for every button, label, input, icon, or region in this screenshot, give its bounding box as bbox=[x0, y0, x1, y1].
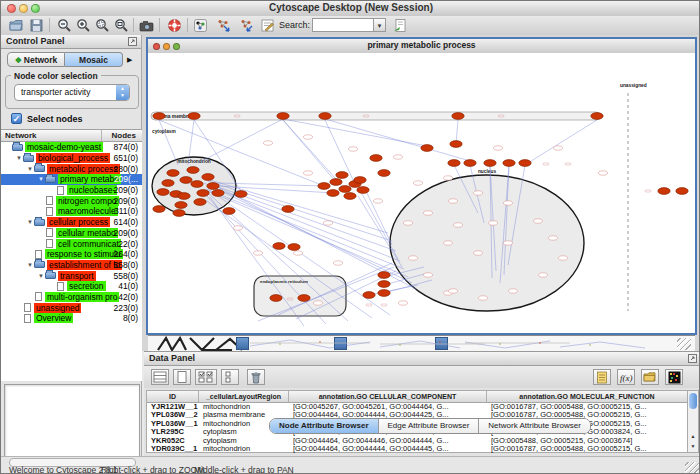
network-node[interactable] bbox=[519, 160, 531, 167]
network-node[interactable] bbox=[194, 199, 206, 206]
network-node[interactable] bbox=[202, 174, 214, 181]
network-node[interactable] bbox=[188, 113, 200, 120]
tree-row-cell-communicat[interactable]: cell communicat22(0) bbox=[1, 238, 142, 249]
import-table-icon[interactable] bbox=[393, 18, 408, 33]
unexpressed-node[interactable] bbox=[449, 289, 458, 293]
network-node[interactable] bbox=[187, 167, 199, 174]
network-node[interactable] bbox=[153, 113, 165, 120]
unexpressed-node[interactable] bbox=[454, 223, 463, 227]
network-node[interactable] bbox=[282, 206, 294, 213]
unexpressed-node[interactable] bbox=[404, 221, 413, 225]
network-node[interactable] bbox=[363, 292, 375, 299]
unexpressed-node[interactable] bbox=[494, 146, 503, 150]
unexpressed-node[interactable] bbox=[304, 171, 313, 175]
network-node[interactable] bbox=[162, 180, 174, 187]
network-node[interactable] bbox=[197, 190, 209, 197]
network-node[interactable] bbox=[503, 160, 515, 167]
unexpressed-node[interactable] bbox=[489, 221, 498, 225]
tab-node-attribute-browser[interactable]: Node Attribute Browser bbox=[270, 419, 379, 433]
scroll-up-icon[interactable]: ▲ bbox=[688, 431, 698, 441]
network-node[interactable] bbox=[354, 177, 366, 184]
select-attributes-icon[interactable] bbox=[151, 369, 169, 385]
unexpressed-node[interactable] bbox=[409, 256, 418, 260]
disclosure-triangle-icon[interactable]: ▼ bbox=[15, 155, 23, 161]
network-node[interactable] bbox=[421, 145, 433, 152]
unexpressed-node[interactable] bbox=[474, 251, 483, 255]
disclosure-triangle-icon[interactable]: ▼ bbox=[26, 219, 34, 225]
tree-row-biological-process[interactable]: ▼biological_process651(0) bbox=[1, 153, 142, 164]
network-node[interactable] bbox=[676, 188, 688, 195]
scrollbar-thumb[interactable] bbox=[689, 393, 697, 409]
help-lifering-icon[interactable] bbox=[167, 18, 182, 33]
tab-mosaic[interactable]: Mosaic bbox=[65, 52, 123, 67]
network-node[interactable] bbox=[378, 281, 390, 288]
save-session-icon[interactable] bbox=[29, 18, 44, 33]
network-node[interactable] bbox=[591, 113, 603, 120]
network-node[interactable] bbox=[484, 160, 496, 167]
network-node[interactable] bbox=[191, 181, 203, 188]
float-panel-icon[interactable] bbox=[688, 354, 697, 363]
unexpressed-node[interactable] bbox=[509, 289, 518, 293]
table-row[interactable]: YJR121W__1mitochondrion[GO:0045267, GO:0… bbox=[147, 403, 688, 411]
search-dropdown-button[interactable]: ▼ bbox=[373, 18, 386, 32]
tree-row-macromolecule[interactable]: macromolecule311(0) bbox=[1, 206, 142, 217]
tab-edge-attribute-browser[interactable]: Edge Attribute Browser bbox=[379, 419, 480, 433]
frame-resize-grip[interactable] bbox=[677, 338, 691, 350]
network-node[interactable] bbox=[378, 170, 390, 177]
select-nodes-checkbox[interactable]: ✓ bbox=[11, 113, 22, 124]
network-node[interactable] bbox=[330, 179, 342, 186]
tree-row-response-to-stimulu[interactable]: response to stimulu264(0) bbox=[1, 249, 142, 260]
unexpressed-node[interactable] bbox=[534, 219, 543, 223]
snapshot-camera-icon[interactable] bbox=[139, 18, 154, 33]
network-node[interactable] bbox=[277, 113, 289, 120]
tree-row-cellular-process[interactable]: ▼cellular process614(0) bbox=[1, 217, 142, 228]
create-attribute-icon[interactable] bbox=[173, 369, 191, 385]
more-tabs-arrow-icon[interactable]: ▶ bbox=[127, 56, 132, 64]
tab-network-attribute-browser[interactable]: Network Attribute Browser bbox=[479, 419, 589, 433]
unexpressed-node[interactable] bbox=[264, 141, 273, 145]
table-column-header[interactable]: ID bbox=[147, 391, 199, 402]
unexpressed-node[interactable] bbox=[374, 199, 383, 203]
network-node[interactable] bbox=[270, 295, 282, 302]
network-node[interactable] bbox=[378, 290, 390, 297]
unexpressed-node[interactable] bbox=[554, 146, 563, 150]
import-attributes-icon[interactable] bbox=[641, 369, 659, 385]
network-node[interactable] bbox=[344, 193, 356, 200]
delete-attribute-icon[interactable] bbox=[247, 369, 265, 385]
network-node[interactable] bbox=[180, 177, 192, 184]
unexpressed-node[interactable] bbox=[549, 236, 558, 240]
unexpressed-node[interactable] bbox=[324, 221, 333, 225]
network-node[interactable] bbox=[288, 244, 300, 251]
unexpressed-node[interactable] bbox=[314, 301, 323, 305]
network-node[interactable] bbox=[452, 113, 464, 120]
unexpressed-node[interactable] bbox=[479, 296, 488, 300]
unexpressed-node[interactable] bbox=[424, 211, 433, 215]
network-node[interactable] bbox=[153, 206, 165, 213]
unexpressed-node[interactable] bbox=[444, 241, 453, 245]
network-view-frame[interactable]: primary metabolic process plasma membran… bbox=[146, 37, 697, 335]
unexpressed-node[interactable] bbox=[334, 261, 343, 265]
network-node[interactable] bbox=[450, 141, 462, 148]
network-node[interactable] bbox=[298, 295, 310, 302]
disclosure-triangle-icon[interactable]: ▼ bbox=[37, 273, 45, 279]
network-node[interactable] bbox=[658, 188, 670, 195]
unexpressed-node[interactable] bbox=[599, 171, 608, 175]
window-resize-grip[interactable] bbox=[685, 462, 699, 474]
zoom-fit-icon[interactable] bbox=[114, 18, 129, 33]
network-node[interactable] bbox=[212, 190, 224, 197]
tree-row-cellular-metabo[interactable]: cellular metabo209(0) bbox=[1, 228, 142, 239]
tree-row-establishment-of-lo[interactable]: ▼establishment of lo558(0) bbox=[1, 260, 142, 271]
tree-row-nucleobase-[interactable]: nucleobase-209(0) bbox=[1, 185, 142, 196]
table-column-header[interactable]: annotation.GO CELLULAR_COMPONENT bbox=[289, 391, 487, 402]
unexpressed-node[interactable] bbox=[504, 241, 513, 245]
network-node[interactable] bbox=[157, 189, 169, 196]
unexpressed-node[interactable] bbox=[234, 226, 243, 230]
tree-row-overview[interactable]: Overview8(0) bbox=[1, 313, 142, 324]
disclosure-triangle-icon[interactable]: ▼ bbox=[37, 176, 45, 182]
layout-network-right-icon[interactable] bbox=[239, 18, 254, 33]
network-node[interactable] bbox=[448, 160, 460, 167]
layout-network-left-icon[interactable] bbox=[216, 18, 231, 33]
unexpressed-node[interactable] bbox=[449, 199, 458, 203]
scroll-down-icon[interactable]: ▼ bbox=[688, 441, 698, 451]
function-builder-icon[interactable]: f(x) bbox=[617, 369, 635, 385]
